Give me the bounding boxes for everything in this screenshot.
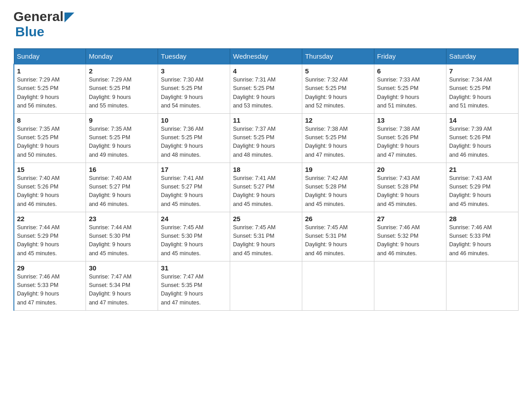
- day-number: 25: [233, 215, 299, 223]
- day-number: 21: [449, 166, 515, 173]
- day-header-monday: Monday: [86, 49, 158, 64]
- day-info: Sunrise: 7:30 AMSunset: 5:25 PMDaylight:…: [161, 77, 203, 109]
- day-info: Sunrise: 7:35 AMSunset: 5:25 PMDaylight:…: [17, 126, 60, 158]
- day-info: Sunrise: 7:29 AMSunset: 5:25 PMDaylight:…: [17, 77, 60, 109]
- calendar-cell: 18 Sunrise: 7:41 AMSunset: 5:27 PMDaylig…: [230, 163, 302, 212]
- calendar-cell: 16 Sunrise: 7:40 AMSunset: 5:27 PMDaylig…: [86, 163, 158, 212]
- day-number: 20: [377, 166, 443, 173]
- logo-general-text: General: [13, 9, 64, 24]
- calendar-cell: 25 Sunrise: 7:45 AMSunset: 5:31 PMDaylig…: [230, 212, 302, 261]
- day-info: Sunrise: 7:35 AMSunset: 5:25 PMDaylight:…: [89, 126, 131, 158]
- calendar-cell: 7 Sunrise: 7:34 AMSunset: 5:25 PMDayligh…: [446, 64, 519, 113]
- day-info: Sunrise: 7:46 AMSunset: 5:32 PMDaylight:…: [377, 224, 420, 257]
- day-header-thursday: Thursday: [302, 49, 374, 64]
- day-number: 8: [17, 116, 83, 124]
- day-info: Sunrise: 7:41 AMSunset: 5:27 PMDaylight:…: [161, 175, 203, 207]
- calendar-cell: [230, 261, 302, 310]
- day-header-tuesday: Tuesday: [158, 49, 230, 64]
- day-info: Sunrise: 7:40 AMSunset: 5:27 PMDaylight:…: [89, 175, 131, 207]
- day-info: Sunrise: 7:46 AMSunset: 5:33 PMDaylight:…: [17, 274, 60, 306]
- calendar-cell: 13 Sunrise: 7:38 AMSunset: 5:26 PMDaylig…: [374, 113, 446, 163]
- logo: General Blue: [13, 9, 74, 39]
- day-info: Sunrise: 7:33 AMSunset: 5:25 PMDaylight:…: [377, 77, 420, 109]
- day-header-friday: Friday: [374, 49, 446, 64]
- calendar-cell: 20 Sunrise: 7:43 AMSunset: 5:28 PMDaylig…: [374, 163, 446, 212]
- day-info: Sunrise: 7:39 AMSunset: 5:26 PMDaylight:…: [449, 126, 492, 158]
- calendar-cell: 11 Sunrise: 7:37 AMSunset: 5:25 PMDaylig…: [230, 113, 302, 163]
- calendar-cell: 6 Sunrise: 7:33 AMSunset: 5:25 PMDayligh…: [374, 64, 446, 113]
- day-info: Sunrise: 7:29 AMSunset: 5:25 PMDaylight:…: [89, 77, 131, 109]
- day-number: 14: [449, 116, 515, 124]
- day-info: Sunrise: 7:42 AMSunset: 5:28 PMDaylight:…: [305, 175, 348, 207]
- day-number: 22: [17, 215, 83, 223]
- calendar-header-row: SundayMondayTuesdayWednesdayThursdayFrid…: [14, 49, 519, 64]
- day-info: Sunrise: 7:47 AMSunset: 5:34 PMDaylight:…: [89, 274, 131, 306]
- day-info: Sunrise: 7:44 AMSunset: 5:29 PMDaylight:…: [17, 224, 60, 257]
- calendar-cell: 27 Sunrise: 7:46 AMSunset: 5:32 PMDaylig…: [374, 212, 446, 261]
- calendar-cell: 10 Sunrise: 7:36 AMSunset: 5:25 PMDaylig…: [158, 113, 230, 163]
- day-number: 28: [449, 215, 515, 223]
- day-number: 2: [89, 67, 155, 75]
- day-number: 24: [161, 215, 227, 223]
- day-info: Sunrise: 7:32 AMSunset: 5:25 PMDaylight:…: [305, 77, 348, 109]
- day-number: 26: [305, 215, 371, 223]
- day-number: 5: [305, 67, 371, 75]
- calendar-week-row: 29 Sunrise: 7:46 AMSunset: 5:33 PMDaylig…: [14, 261, 519, 310]
- calendar-cell: 9 Sunrise: 7:35 AMSunset: 5:25 PMDayligh…: [86, 113, 158, 163]
- calendar-cell: 29 Sunrise: 7:46 AMSunset: 5:33 PMDaylig…: [14, 261, 86, 310]
- day-number: 7: [449, 67, 515, 75]
- day-number: 4: [233, 67, 299, 75]
- calendar-cell: 26 Sunrise: 7:45 AMSunset: 5:31 PMDaylig…: [302, 212, 374, 261]
- day-number: 27: [377, 215, 443, 223]
- day-number: 17: [161, 166, 227, 173]
- svg-marker-0: [64, 13, 74, 22]
- day-number: 16: [89, 166, 155, 173]
- page-header: General Blue: [13, 9, 519, 39]
- day-number: 12: [305, 116, 371, 124]
- day-number: 29: [17, 264, 83, 272]
- day-info: Sunrise: 7:31 AMSunset: 5:25 PMDaylight:…: [233, 77, 275, 109]
- calendar-week-row: 15 Sunrise: 7:40 AMSunset: 5:26 PMDaylig…: [14, 163, 519, 212]
- day-info: Sunrise: 7:34 AMSunset: 5:25 PMDaylight:…: [449, 77, 492, 109]
- day-info: Sunrise: 7:45 AMSunset: 5:30 PMDaylight:…: [161, 224, 203, 257]
- day-number: 30: [89, 264, 155, 272]
- day-info: Sunrise: 7:45 AMSunset: 5:31 PMDaylight:…: [305, 224, 348, 257]
- day-number: 31: [161, 264, 227, 272]
- day-number: 11: [233, 116, 299, 124]
- day-number: 19: [305, 166, 371, 173]
- day-info: Sunrise: 7:47 AMSunset: 5:35 PMDaylight:…: [161, 274, 203, 306]
- calendar-cell: [302, 261, 374, 310]
- day-number: 9: [89, 116, 155, 124]
- calendar-week-row: 22 Sunrise: 7:44 AMSunset: 5:29 PMDaylig…: [14, 212, 519, 261]
- calendar-cell: 30 Sunrise: 7:47 AMSunset: 5:34 PMDaylig…: [86, 261, 158, 310]
- day-info: Sunrise: 7:45 AMSunset: 5:31 PMDaylight:…: [233, 224, 275, 257]
- calendar-week-row: 8 Sunrise: 7:35 AMSunset: 5:25 PMDayligh…: [14, 113, 519, 163]
- calendar-cell: 24 Sunrise: 7:45 AMSunset: 5:30 PMDaylig…: [158, 212, 230, 261]
- day-number: 6: [377, 67, 443, 75]
- day-info: Sunrise: 7:46 AMSunset: 5:33 PMDaylight:…: [449, 224, 492, 257]
- calendar-cell: 8 Sunrise: 7:35 AMSunset: 5:25 PMDayligh…: [14, 113, 86, 163]
- calendar-cell: [446, 261, 519, 310]
- day-info: Sunrise: 7:41 AMSunset: 5:27 PMDaylight:…: [233, 175, 275, 207]
- day-number: 13: [377, 116, 443, 124]
- calendar-cell: 12 Sunrise: 7:38 AMSunset: 5:25 PMDaylig…: [302, 113, 374, 163]
- logo-arrow-icon: [64, 13, 74, 22]
- day-header-sunday: Sunday: [14, 49, 86, 64]
- calendar-cell: 15 Sunrise: 7:40 AMSunset: 5:26 PMDaylig…: [14, 163, 86, 212]
- calendar-cell: [374, 261, 446, 310]
- calendar-cell: 19 Sunrise: 7:42 AMSunset: 5:28 PMDaylig…: [302, 163, 374, 212]
- day-info: Sunrise: 7:43 AMSunset: 5:28 PMDaylight:…: [377, 175, 420, 207]
- day-info: Sunrise: 7:43 AMSunset: 5:29 PMDaylight:…: [449, 175, 492, 207]
- day-info: Sunrise: 7:38 AMSunset: 5:26 PMDaylight:…: [377, 126, 420, 158]
- calendar-cell: 28 Sunrise: 7:46 AMSunset: 5:33 PMDaylig…: [446, 212, 519, 261]
- day-info: Sunrise: 7:44 AMSunset: 5:30 PMDaylight:…: [89, 224, 131, 257]
- calendar-cell: 14 Sunrise: 7:39 AMSunset: 5:26 PMDaylig…: [446, 113, 519, 163]
- day-info: Sunrise: 7:40 AMSunset: 5:26 PMDaylight:…: [17, 175, 60, 207]
- day-info: Sunrise: 7:38 AMSunset: 5:25 PMDaylight:…: [305, 126, 348, 158]
- calendar-cell: 23 Sunrise: 7:44 AMSunset: 5:30 PMDaylig…: [86, 212, 158, 261]
- day-header-wednesday: Wednesday: [230, 49, 302, 64]
- calendar-cell: 31 Sunrise: 7:47 AMSunset: 5:35 PMDaylig…: [158, 261, 230, 310]
- day-number: 3: [161, 67, 227, 75]
- day-number: 1: [17, 67, 83, 75]
- day-number: 18: [233, 166, 299, 173]
